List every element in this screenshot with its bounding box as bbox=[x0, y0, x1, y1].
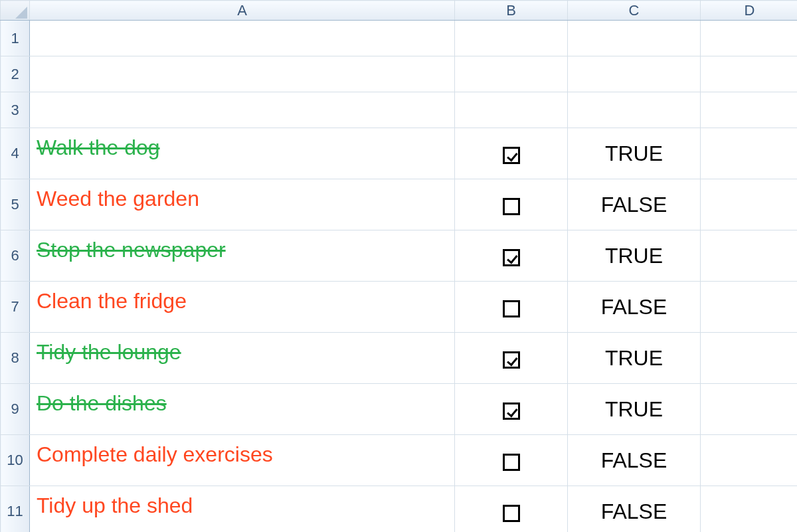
task-text: Clean the fridge bbox=[30, 282, 454, 320]
row-header[interactable]: 9 bbox=[1, 384, 30, 435]
cell-D10[interactable] bbox=[701, 435, 798, 486]
row-7: 7 Clean the fridge FALSE bbox=[1, 282, 798, 333]
cell-A11[interactable]: Tidy up the shed bbox=[30, 486, 455, 533]
row-11: 11 Tidy up the shed FALSE bbox=[1, 486, 798, 533]
cell-A9[interactable]: Do the dishes bbox=[30, 384, 455, 435]
cell-D5[interactable] bbox=[701, 179, 798, 230]
cell-B4[interactable] bbox=[455, 128, 568, 179]
task-text: Walk the dog bbox=[30, 128, 454, 167]
rows: 1 2 3 4 Walk the dog TRUE bbox=[1, 21, 798, 533]
cell-B6[interactable] bbox=[455, 230, 568, 282]
select-all-icon bbox=[15, 7, 27, 19]
cell-C9[interactable]: TRUE bbox=[568, 384, 701, 435]
checkbox[interactable] bbox=[503, 454, 520, 471]
row-5: 5 Weed the garden FALSE bbox=[1, 179, 798, 230]
task-text: Do the dishes bbox=[30, 384, 454, 422]
cell-A3[interactable] bbox=[30, 92, 455, 128]
cell-C10[interactable]: FALSE bbox=[568, 435, 701, 486]
cell-C5[interactable]: FALSE bbox=[568, 179, 701, 230]
column-header-D[interactable]: D bbox=[701, 1, 798, 21]
bool-text: TRUE bbox=[605, 397, 663, 421]
cell-B8[interactable] bbox=[455, 333, 568, 384]
cell-D4[interactable] bbox=[701, 128, 798, 179]
row-header[interactable]: 5 bbox=[1, 179, 30, 230]
checkbox[interactable] bbox=[503, 505, 520, 522]
bool-text: FALSE bbox=[601, 295, 667, 319]
checkbox[interactable] bbox=[503, 147, 520, 164]
column-header-C[interactable]: C bbox=[568, 1, 701, 21]
task-text: Complete daily exercises bbox=[30, 435, 454, 474]
row-8: 8 Tidy the lounge TRUE bbox=[1, 333, 798, 384]
cell-D3[interactable] bbox=[701, 92, 798, 128]
row-header[interactable]: 4 bbox=[1, 128, 30, 179]
spreadsheet-grid[interactable]: A B C D 1 2 3 4 Walk bbox=[0, 0, 797, 532]
select-all-corner[interactable] bbox=[1, 1, 30, 21]
cell-B10[interactable] bbox=[455, 435, 568, 486]
bool-text: FALSE bbox=[601, 193, 667, 217]
column-header-row: A B C D bbox=[1, 1, 798, 21]
cell-A6[interactable]: Stop the newspaper bbox=[30, 230, 455, 282]
cell-C2[interactable] bbox=[568, 56, 701, 92]
checkbox[interactable] bbox=[503, 198, 520, 215]
row-2: 2 bbox=[1, 56, 798, 92]
bool-text: FALSE bbox=[601, 499, 667, 523]
cell-B5[interactable] bbox=[455, 179, 568, 230]
task-text: Weed the garden bbox=[30, 179, 454, 218]
row-header[interactable]: 1 bbox=[1, 21, 30, 56]
cell-A7[interactable]: Clean the fridge bbox=[30, 282, 455, 333]
cell-A10[interactable]: Complete daily exercises bbox=[30, 435, 455, 486]
cell-B3[interactable] bbox=[455, 92, 568, 128]
checkbox[interactable] bbox=[503, 249, 520, 266]
row-header[interactable]: 3 bbox=[1, 92, 30, 128]
cell-A4[interactable]: Walk the dog bbox=[30, 128, 455, 179]
row-header[interactable]: 8 bbox=[1, 333, 30, 384]
cell-C6[interactable]: TRUE bbox=[568, 230, 701, 282]
cell-C4[interactable]: TRUE bbox=[568, 128, 701, 179]
row-header[interactable]: 2 bbox=[1, 56, 30, 92]
bool-text: TRUE bbox=[605, 141, 663, 165]
cell-D9[interactable] bbox=[701, 384, 798, 435]
bool-text: TRUE bbox=[605, 346, 663, 370]
cell-D1[interactable] bbox=[701, 21, 798, 56]
row-header[interactable]: 7 bbox=[1, 282, 30, 333]
row-3: 3 bbox=[1, 92, 798, 128]
cell-D6[interactable] bbox=[701, 230, 798, 282]
cell-C7[interactable]: FALSE bbox=[568, 282, 701, 333]
cell-A2[interactable] bbox=[30, 56, 455, 92]
row-header[interactable]: 11 bbox=[1, 486, 30, 533]
cell-B2[interactable] bbox=[455, 56, 568, 92]
checkbox[interactable] bbox=[503, 351, 520, 369]
task-text: Tidy up the shed bbox=[30, 486, 454, 525]
cell-C11[interactable]: FALSE bbox=[568, 486, 701, 533]
cell-C8[interactable]: TRUE bbox=[568, 333, 701, 384]
cell-D11[interactable] bbox=[701, 486, 798, 533]
cell-A1[interactable] bbox=[30, 21, 455, 56]
task-text: Tidy the lounge bbox=[30, 333, 454, 371]
task-text: Stop the newspaper bbox=[30, 230, 454, 269]
cell-B7[interactable] bbox=[455, 282, 568, 333]
cell-B1[interactable] bbox=[455, 21, 568, 56]
row-1: 1 bbox=[1, 21, 798, 56]
row-header[interactable]: 6 bbox=[1, 230, 30, 282]
cell-A8[interactable]: Tidy the lounge bbox=[30, 333, 455, 384]
cell-B9[interactable] bbox=[455, 384, 568, 435]
row-header[interactable]: 10 bbox=[1, 435, 30, 486]
cell-C1[interactable] bbox=[568, 21, 701, 56]
cell-B11[interactable] bbox=[455, 486, 568, 533]
column-header-A[interactable]: A bbox=[30, 1, 455, 21]
cell-C3[interactable] bbox=[568, 92, 701, 128]
cell-D8[interactable] bbox=[701, 333, 798, 384]
row-10: 10 Complete daily exercises FALSE bbox=[1, 435, 798, 486]
bool-text: FALSE bbox=[601, 448, 667, 472]
checkbox[interactable] bbox=[503, 402, 520, 420]
cell-A5[interactable]: Weed the garden bbox=[30, 179, 455, 230]
cell-D2[interactable] bbox=[701, 56, 798, 92]
checkbox[interactable] bbox=[503, 300, 520, 317]
row-4: 4 Walk the dog TRUE bbox=[1, 128, 798, 179]
row-9: 9 Do the dishes TRUE bbox=[1, 384, 798, 435]
cell-D7[interactable] bbox=[701, 282, 798, 333]
row-6: 6 Stop the newspaper TRUE bbox=[1, 230, 798, 282]
column-header-B[interactable]: B bbox=[455, 1, 568, 21]
bool-text: TRUE bbox=[605, 244, 663, 268]
